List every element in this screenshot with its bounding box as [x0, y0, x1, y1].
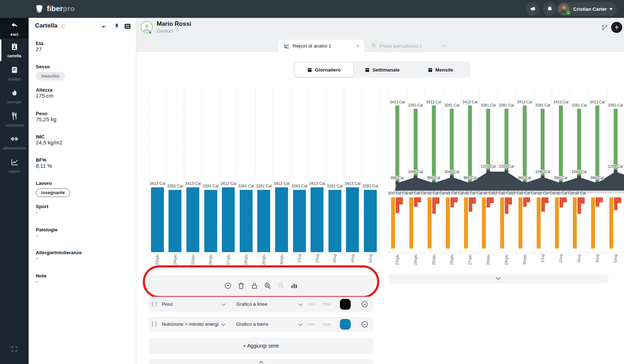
trash-icon[interactable] [237, 282, 245, 290]
date-label: 30/giu [522, 254, 527, 265]
field-label: Note [36, 273, 129, 279]
git-branch-icon[interactable] [601, 24, 608, 31]
flame-icon [10, 89, 19, 97]
orange-bar [428, 197, 432, 249]
red-bar [545, 197, 549, 203]
add-tab-button[interactable] [611, 22, 622, 33]
orange-bar [609, 197, 613, 249]
remove-patient-icon[interactable]: × [149, 31, 151, 35]
line-label: 866 Cal [463, 176, 476, 180]
min-input[interactable] [307, 301, 321, 307]
app-window: fiberpro Cristian Carter escica [0, 0, 624, 364]
line-label: 1046 Cal [535, 169, 550, 174]
line-marker [432, 181, 435, 185]
pin-icon[interactable] [113, 23, 120, 30]
remove-series-icon[interactable] [361, 320, 369, 328]
utensils-tab-icon [371, 43, 377, 49]
date-label: 2/lug [559, 254, 563, 263]
field-value: 75,25 kg [36, 116, 57, 122]
bar [222, 187, 235, 252]
series-source-select[interactable]: Peso [162, 301, 221, 307]
orange-bar [500, 197, 504, 249]
sidebar-item-energia[interactable]: energia [0, 85, 29, 108]
toggle-giornaliero[interactable]: Giornaliero [295, 63, 353, 77]
date-label: 23/giu [395, 254, 400, 265]
field-4: IMC24,5 kg/m2 [36, 134, 129, 146]
chevron-down-icon[interactable] [298, 323, 303, 326]
sidebar-item-esci[interactable]: esci [0, 18, 29, 39]
right-chart-expand-strip[interactable] [388, 274, 609, 284]
collapse-editor-strip[interactable] [148, 359, 374, 364]
gridline [326, 88, 326, 252]
orange-bar [591, 197, 595, 249]
adjustments-icon[interactable] [124, 23, 131, 30]
fiberpro-logo-icon [35, 4, 44, 14]
utensils-icon [10, 112, 19, 120]
gridline [148, 88, 149, 252]
series-color-swatch[interactable] [340, 319, 351, 330]
orange-bar [573, 197, 577, 249]
date-label: 24/giu [173, 254, 177, 265]
patient-subtitle[interactable]: Gestisci [157, 29, 172, 34]
orange-bar [446, 197, 450, 249]
chevron-down-icon[interactable] [221, 303, 226, 306]
line-marker [523, 181, 526, 185]
tab-1[interactable]: Report di analisi 1× [278, 40, 364, 52]
field-value: - [36, 209, 38, 215]
toggle-settimanale[interactable]: Settimanale [353, 63, 411, 77]
date-label: 25/giu [432, 254, 436, 265]
field-label: IMC [36, 134, 129, 139]
date-label: 5/lug [613, 254, 618, 263]
date-label: 29/giu [262, 254, 266, 265]
chevron-down-icon[interactable] [221, 323, 226, 326]
series-type-select[interactable]: Grafico a barre [236, 321, 268, 327]
drag-handle-icon[interactable] [152, 321, 156, 327]
sidebar-item-cartella[interactable]: cartella [0, 39, 29, 62]
date-label: 3/lug [332, 254, 337, 263]
max-input[interactable] [322, 301, 336, 307]
line-marker [559, 181, 563, 185]
zoom-out-icon[interactable] [277, 282, 285, 290]
field-label: Sesso [36, 64, 129, 69]
series-type-select[interactable]: Grafico a linee [236, 301, 267, 307]
arrow-to-line-icon[interactable] [101, 23, 107, 30]
user-menu[interactable]: Cristian Carter [557, 2, 617, 16]
sidebar-item-analisi[interactable]: analisi [0, 62, 29, 85]
line-label: 1046 Cal [571, 169, 586, 174]
toggle-mensile[interactable]: Mensile [411, 63, 469, 77]
bar-chart-icon[interactable] [290, 282, 298, 290]
chevron-down-icon[interactable] [298, 303, 303, 306]
lock-icon[interactable] [250, 282, 258, 290]
min-input[interactable] [307, 321, 321, 327]
orange-bar [518, 197, 522, 249]
series-color-swatch[interactable] [340, 299, 351, 310]
tab-2[interactable]: Piano ipercalorico 1× [366, 40, 451, 52]
add-series-button[interactable]: + Aggiungi serie [148, 338, 374, 354]
series-source-select[interactable]: Nutrizione > Introito energi [162, 321, 221, 327]
zoom-in-icon[interactable] [264, 282, 272, 290]
announcements-button[interactable] [526, 2, 540, 16]
red-bar [399, 197, 403, 205]
period-toggle: GiornalieroSettimanaleMensile [294, 62, 471, 78]
status-dot [566, 11, 570, 15]
circle-chevron-down-icon[interactable] [224, 282, 232, 290]
close-tab-icon[interactable]: × [356, 43, 359, 49]
x-axis [388, 252, 624, 252]
drag-handle-icon[interactable] [152, 301, 156, 307]
sidebar-item-label: allenamento [0, 146, 29, 150]
bar [240, 190, 253, 252]
line-marker [395, 181, 399, 185]
sidebar-item-report[interactable]: report [0, 154, 29, 177]
megaphone-icon [529, 5, 536, 13]
chart-toolbar [148, 275, 374, 296]
field-9: Allergie/intolleranze- [36, 250, 129, 262]
sidebar-item-nutrizione[interactable]: nutrizione [0, 108, 29, 131]
notifications-button[interactable] [543, 2, 556, 16]
field-value: 175 cm [36, 93, 53, 99]
close-tab-icon[interactable]: × [443, 43, 446, 49]
patient-record-panel: Cartella Età27SessomaschioAltezza175 cmP… [29, 18, 136, 364]
fullscreen-icon[interactable] [11, 345, 18, 353]
sidebar-item-allenamento[interactable]: allenamento [0, 131, 29, 154]
remove-series-icon[interactable] [361, 300, 369, 308]
max-input[interactable] [322, 321, 336, 327]
